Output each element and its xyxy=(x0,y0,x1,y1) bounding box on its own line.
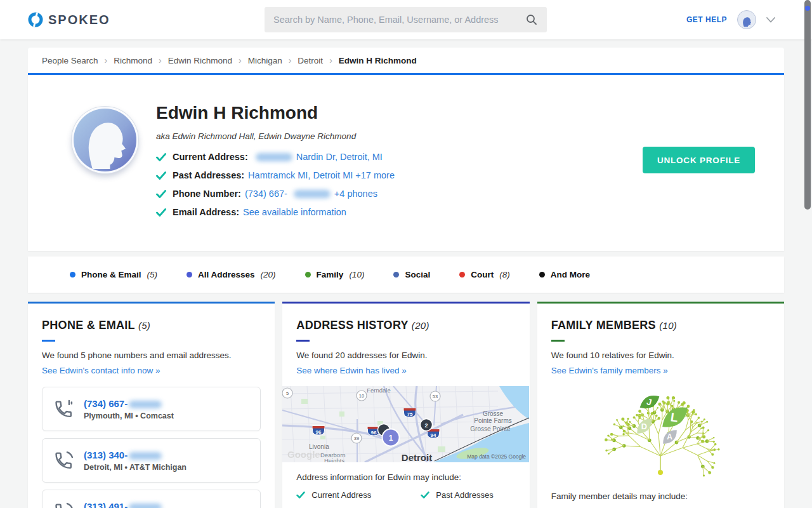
profile-detail-link[interactable]: Hamtramck MI, Detroit MI +17 more xyxy=(248,170,395,180)
check-icon xyxy=(421,491,429,498)
check-icon xyxy=(156,208,166,217)
account-avatar[interactable] xyxy=(737,10,756,29)
breadcrumb-item[interactable]: Detroit xyxy=(298,56,323,65)
tab-count: (8) xyxy=(499,270,510,279)
phone-number[interactable]: (734) 667- xyxy=(84,398,174,409)
search-input[interactable] xyxy=(273,15,525,25)
wireless-phone-icon xyxy=(53,450,74,471)
landline-phone-icon xyxy=(53,398,74,420)
tab-social[interactable]: Social xyxy=(393,270,430,279)
check-icon xyxy=(156,190,166,198)
phone-entry[interactable]: (734) 667-Plymouth, MI • Comcast xyxy=(42,387,261,431)
tab-court[interactable]: Court(8) xyxy=(459,270,510,279)
include-item-label: Current Address xyxy=(311,490,371,500)
tab-dot-icon xyxy=(187,272,192,277)
tab-dot-icon xyxy=(539,272,545,277)
phone-card-summary: We found 5 phone numbers and email addre… xyxy=(42,351,261,360)
breadcrumb-separator: › xyxy=(239,55,242,65)
check-icon xyxy=(156,153,166,161)
address-map[interactable]: 510537596963994 21 FerndaleLivoniaDearbo… xyxy=(282,386,529,462)
profile-fact-row: Past Addresses:Hamtramck MI, Detroit MI … xyxy=(156,170,397,180)
profile-detail-link[interactable]: (734) 667- xyxy=(245,189,287,199)
highway-shield-icon: 53 xyxy=(430,391,440,401)
fact-label: Phone Number: xyxy=(173,189,241,199)
search-icon[interactable] xyxy=(525,13,538,26)
family-members-link[interactable]: See Edwin's family members » xyxy=(551,366,668,375)
tab-all-addresses[interactable]: All Addresses(20) xyxy=(187,270,276,279)
phone-card-title: PHONE & EMAIL xyxy=(42,319,135,331)
highway-shield-icon: 96 xyxy=(313,426,325,435)
tab-label: Family xyxy=(317,270,344,279)
scrollbar-thumb[interactable] xyxy=(804,0,811,210)
phone-number[interactable]: (313) 340- xyxy=(84,450,187,460)
family-leaf: D xyxy=(638,418,652,433)
breadcrumb-item[interactable]: Richmond xyxy=(114,56,152,65)
family-tree-graphic: J L D A xyxy=(551,385,770,481)
phone-detail: Detroit, MI • AT&T Michigan xyxy=(84,463,187,472)
tab-and-more[interactable]: And More xyxy=(539,270,590,279)
aka-line: aka Edwin Richmond Hall, Edwin Dwayne Ri… xyxy=(156,131,397,141)
breadcrumb-item[interactable]: People Search xyxy=(42,56,98,65)
tab-dot-icon xyxy=(459,272,465,277)
family-include-title: Family member details may include: xyxy=(551,491,770,501)
breadcrumb-separator: › xyxy=(105,55,108,65)
redacted-text xyxy=(129,401,162,408)
unlock-profile-button[interactable]: UNLOCK PROFILE xyxy=(643,147,755,173)
family-leaf: A xyxy=(663,430,677,444)
redacted-text xyxy=(294,190,331,198)
breadcrumb-item[interactable]: Michigan xyxy=(248,56,282,65)
brand-name: SPOKEO xyxy=(48,13,110,27)
tab-dot-icon xyxy=(305,272,311,277)
tab-count: (10) xyxy=(349,270,364,279)
tab-label: Phone & Email xyxy=(81,270,141,279)
svg-text:75: 75 xyxy=(407,411,413,417)
google-watermark: Google xyxy=(287,449,320,460)
map-place-label: Ferndale xyxy=(367,387,391,394)
address-history-link[interactable]: See where Edwin has lived » xyxy=(296,366,406,375)
svg-text:96: 96 xyxy=(316,429,322,435)
profile-detail-link[interactable]: Nardin Dr, Detroit, MI xyxy=(296,152,383,162)
tab-label: Court xyxy=(471,270,494,279)
contact-info-link[interactable]: See Edwin's contact info now » xyxy=(42,366,160,375)
breadcrumb-separator: › xyxy=(159,55,162,65)
fact-label: Past Addresses: xyxy=(173,170,244,180)
profile-fact-row: Phone Number:(734) 667-+4 phones xyxy=(156,189,397,199)
address-history-card: ADDRESS HISTORY (20) We found 20 address… xyxy=(282,302,529,508)
tab-family[interactable]: Family(10) xyxy=(305,270,365,279)
include-item: Past Addresses xyxy=(421,490,515,500)
phone-entry[interactable]: (313) 340-Detroit, MI • AT&T Michigan xyxy=(42,438,261,483)
global-search[interactable] xyxy=(265,7,547,32)
profile-detail-link[interactable]: See available information xyxy=(243,207,346,217)
svg-text:94: 94 xyxy=(431,432,436,438)
breadcrumb-item[interactable]: Edwin Richmond xyxy=(168,56,232,65)
section-tabs: Phone & Email(5)All Addresses(20)Family(… xyxy=(28,257,784,293)
spokeo-logo[interactable]: SPOKEO xyxy=(28,12,110,27)
map-place-label: Grosse xyxy=(483,410,504,417)
tab-phone-email[interactable]: Phone & Email(5) xyxy=(70,270,157,279)
profile-detail-link[interactable]: +4 phones xyxy=(334,189,377,199)
fact-label: Current Address: xyxy=(173,152,248,162)
phone-entry[interactable]: (313) 491-Detroit, MI • AT&T Michigan xyxy=(42,490,261,508)
check-icon xyxy=(296,491,305,498)
breadcrumb: People Search›Richmond›Edwin Richmond›Mi… xyxy=(28,48,784,73)
scroll-indicator-dot xyxy=(805,6,810,11)
get-help-link[interactable]: GET HELP xyxy=(686,15,727,24)
tab-dot-icon xyxy=(393,272,399,277)
map-place-label: Heights xyxy=(324,457,344,462)
profile-avatar xyxy=(72,107,138,173)
address-card-count: (20) xyxy=(412,320,429,331)
breadcrumb-separator: › xyxy=(329,55,332,65)
map-place-label: Pointe Farms xyxy=(475,417,512,424)
map-place-label: Detroit xyxy=(402,452,432,462)
highway-shield-icon: 10 xyxy=(357,391,367,401)
profile-hero: Edwin H Richmond aka Edwin Richmond Hall… xyxy=(28,73,784,251)
account-avatar-icon xyxy=(739,13,754,29)
include-item: Current Address xyxy=(296,490,421,500)
phone-number[interactable]: (313) 491- xyxy=(84,501,187,508)
svg-text:D: D xyxy=(641,422,647,431)
address-card-summary: We found 20 addresses for Edwin. xyxy=(296,351,515,360)
chevron-down-icon[interactable] xyxy=(766,17,775,23)
spokeo-logo-icon xyxy=(28,12,43,27)
address-include-title: Address information for Edwin may includ… xyxy=(296,472,515,482)
breadcrumb-item: Edwin H Richmond xyxy=(339,56,417,65)
